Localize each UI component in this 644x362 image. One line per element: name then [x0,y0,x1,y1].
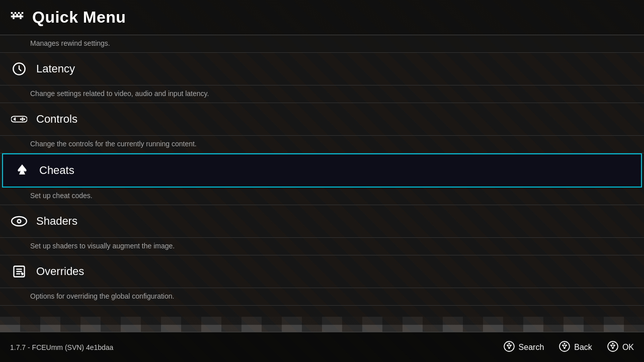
top-description: Manages rewind settings. [0,35,644,53]
main-container: Quick Menu Manages rewind settings. Late… [0,0,644,362]
back-icon [559,341,570,354]
svg-point-16 [24,118,25,120]
svg-rect-5 [16,14,18,16]
menu-item-description-overrides: Options for overriding the global config… [0,288,644,306]
svg-point-17 [20,118,22,120]
search-button[interactable]: Search [504,341,544,354]
svg-rect-7 [11,16,24,18]
svg-point-42 [612,342,613,344]
ok-label: OK [622,343,634,352]
menu-item-cheats[interactable]: Cheats [2,153,642,188]
menu-item-label-controls: Controls [36,113,77,126]
svg-point-37 [564,345,566,347]
search-label: Search [519,343,544,352]
svg-point-36 [564,342,566,344]
back-button[interactable]: Back [559,341,592,354]
bottom-bar: 1.7.7 - FCEUmm (SVN) 4e1bdaa Search Back… [0,332,644,362]
menu-item-description-controls: Change the controls for the currently ru… [0,136,644,153]
svg-rect-0 [11,12,13,14]
menu-item-label-latency: Latency [36,62,75,75]
back-label: Back [574,343,592,352]
menu-item-description-shaders: Set up shaders to visually augment the i… [0,238,644,255]
content-area: Manages rewind settings. LatencyChange s… [0,35,644,317]
svg-rect-4 [13,14,15,16]
menu-item-latency[interactable]: Latency [0,53,644,85]
svg-point-11 [19,68,20,69]
svg-rect-1 [15,12,17,14]
menu-item-overrides[interactable]: Overrides [0,255,644,288]
controls-icon [10,110,28,128]
menu-item-shaders[interactable]: Shaders [0,205,644,238]
page-title: Quick Menu [32,8,126,27]
svg-point-21 [18,220,21,223]
svg-rect-14 [15,118,16,121]
checker-strip [0,317,644,332]
menu-item-description-latency: Change settings related to video, audio … [0,85,644,103]
menu-item-description-cheats: Set up cheat codes. [0,188,644,205]
svg-rect-9 [20,18,22,20]
svg-point-30 [508,342,510,344]
spade-icon [13,161,31,179]
svg-point-18 [22,119,23,121]
eye-icon [10,212,28,230]
svg-rect-8 [13,18,15,20]
svg-point-15 [22,118,23,119]
header-icon [10,9,24,26]
svg-rect-2 [18,12,20,14]
bottom-actions: Search Back OK [504,341,634,354]
menu-list: LatencyChange settings related to video,… [0,53,644,306]
ok-icon [607,341,618,354]
header: Quick Menu [0,0,644,35]
svg-point-31 [508,345,510,347]
menu-item-label-overrides: Overrides [36,265,84,278]
clock-icon [10,60,28,78]
menu-item-controls[interactable]: Controls [0,103,644,136]
ok-button[interactable]: OK [607,341,634,354]
svg-rect-3 [22,12,24,14]
menu-item-label-cheats: Cheats [39,164,74,177]
overrides-icon [10,262,28,281]
svg-point-43 [612,345,614,347]
search-icon [504,341,515,354]
menu-item-label-shaders: Shaders [36,215,77,228]
version-label: 1.7.7 - FCEUmm (SVN) 4e1bdaa [10,343,504,351]
svg-rect-6 [20,14,22,16]
